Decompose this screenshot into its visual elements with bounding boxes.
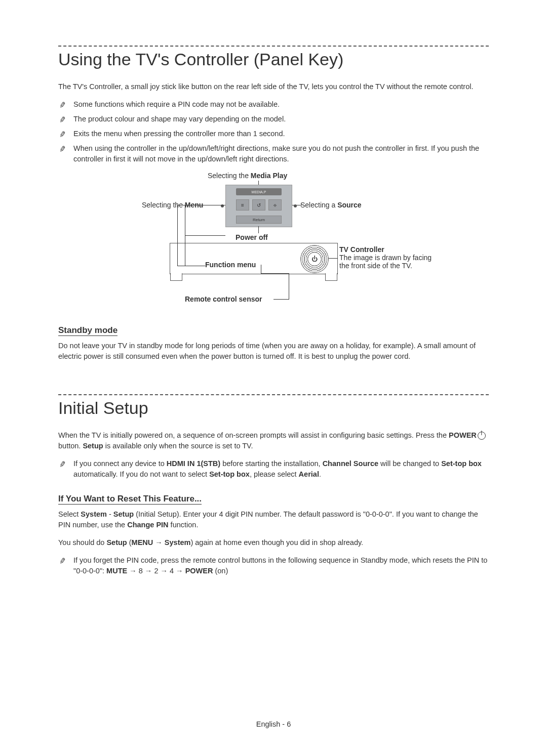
panel-dot (294, 204, 297, 207)
diagram-line (261, 273, 289, 274)
controller-diagram: Selecting the Media Play Selecting the M… (109, 175, 438, 311)
tv-controller-graphic: ⏻ (300, 245, 329, 273)
panel-key-graphic: MEDIA.P ≡ ↺ ⎆ Return (225, 185, 292, 227)
manual-page: Using the TV's Controller (Panel Key) Th… (0, 0, 547, 756)
diagram-line (329, 258, 338, 259)
note-item: The product colour and shape may vary de… (58, 114, 489, 124)
initial-setup-intro: When the TV is initially powered on, a s… (58, 430, 489, 451)
diagram-line (177, 205, 225, 205)
subsection-heading: Standby mode (58, 325, 489, 335)
note-item: Exits the menu when pressing the control… (58, 129, 489, 139)
section-title: Using the TV's Controller (Panel Key) (58, 50, 489, 69)
note-item: Some functions which require a PIN code … (58, 99, 489, 110)
diagram-label-media-play: Selecting the Media Play (208, 172, 287, 180)
diagram-label-tv-controller: TV Controller The image is drawn by faci… (339, 245, 441, 270)
diagram-line (289, 273, 289, 300)
diagram-label-power-off: Power off (236, 233, 268, 241)
subsection-heading: If You Want to Reset This Feature... (58, 494, 489, 504)
panel-icon: ≡ (236, 199, 249, 211)
note-item: If you connect any device to HDMI IN 1(S… (58, 458, 489, 480)
note-list: If you connect any device to HDMI IN 1(S… (58, 458, 489, 480)
note-item: When using the controller in the up/down… (58, 143, 489, 164)
note-list: If you forget the PIN code, press the re… (58, 555, 489, 576)
power-icon (478, 432, 486, 440)
intro-text: The TV's Controller, a small joy stick l… (58, 81, 489, 92)
standby-body: Do not leave your TV in standby mode for… (58, 341, 489, 362)
panel-icon: ⎆ (268, 199, 282, 211)
section-title: Initial Setup (58, 398, 489, 418)
note-list: Some functions which require a PIN code … (58, 99, 489, 164)
diagram-label-function-menu: Function menu (205, 261, 256, 269)
diagram-line (185, 235, 225, 236)
panel-media-label: MEDIA.P (236, 188, 282, 195)
note-item: If you forget the PIN code, press the re… (58, 555, 489, 576)
diagram-label-remote-sensor: Remote control sensor (185, 295, 262, 303)
reset-body-2: You should do Setup (MENU → System) agai… (58, 537, 489, 548)
diagram-line (274, 299, 289, 300)
diagram-line (177, 205, 178, 266)
diagram-line (258, 226, 259, 233)
panel-icon: ↺ (252, 199, 265, 211)
reset-body-1: Select System - Setup (Initial Setup). E… (58, 509, 489, 530)
diagram-label-source: Selecting a Source (300, 201, 362, 209)
diagram-line (177, 266, 205, 266)
divider (58, 46, 489, 47)
divider (58, 394, 489, 395)
page-footer: English - 6 (0, 720, 547, 728)
diagram-line (261, 265, 261, 273)
panel-return-label: Return (236, 216, 282, 224)
power-icon: ⏻ (307, 252, 322, 266)
